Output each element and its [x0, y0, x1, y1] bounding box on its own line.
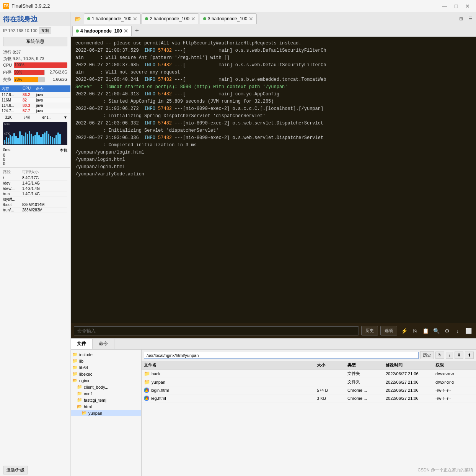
tab-label-1: 1 hadoopnode_100 — [92, 16, 131, 21]
load-stat: 负载 9.84, 10.35, 9.73 — [3, 56, 67, 62]
history-path-button[interactable]: 历史 — [420, 351, 434, 359]
tree-item[interactable]: 📂yunpan — [71, 410, 141, 416]
right-content: 📂 1 hadoopnode_100 ✕ 2 hadoopnode_100 ✕ … — [71, 12, 476, 476]
copy-ip-button[interactable]: 复制 — [39, 27, 51, 34]
sys-info-button[interactable]: 系统信息 — [3, 37, 67, 46]
process-table: 内存 CPU 命令 117.9... 86.2 java 116M 82 jav… — [0, 85, 70, 114]
path-input[interactable] — [144, 352, 419, 359]
cpu-bar-container: 100% — [14, 62, 67, 68]
folder-button[interactable]: 📂 — [72, 13, 83, 24]
folder-icon: 📂 — [82, 411, 87, 415]
proc-mem-3: 124.7... — [2, 109, 23, 113]
net-stats-row: ↑31K ↓4K ens... ▼ — [3, 115, 67, 119]
tree-item[interactable]: 📁libexec — [71, 371, 141, 377]
history-button[interactable]: 历史 — [361, 326, 378, 335]
tab-1[interactable]: 1 hadoopnode_100 ✕ — [84, 13, 141, 24]
tree-item[interactable]: 📁fastcgi_tem| — [71, 397, 141, 403]
tree-item[interactable]: 📁include — [71, 351, 141, 358]
net-bar — [46, 131, 47, 144]
tab-close-3[interactable]: ✕ — [249, 16, 253, 21]
minimize-button[interactable]: — — [439, 1, 450, 11]
command-input[interactable] — [74, 326, 359, 335]
lightning-icon[interactable]: ⚡ — [399, 326, 409, 335]
grid-view-button[interactable]: ⊞ — [457, 15, 465, 23]
command-bar: 历史 选项 ⚡ ⎘ 📋 🔍 ⚙ ↓ ⬜ — [71, 323, 476, 338]
upload-button[interactable]: ⬆ — [465, 352, 474, 359]
download-path-button[interactable]: ⬇ — [455, 352, 463, 359]
net-menu[interactable]: ▼ — [64, 115, 67, 119]
file-tab[interactable]: 文件 — [71, 339, 93, 349]
disk-row: /8.4G/17G — [3, 175, 67, 181]
folder-icon: 📁 — [72, 365, 78, 370]
expand-icon[interactable]: ⬜ — [464, 326, 473, 335]
tab-close-2[interactable]: ✕ — [191, 16, 196, 21]
clipboard-icon[interactable]: 📋 — [421, 326, 430, 335]
terminal-line: ecommended -- please use permitAll via H… — [75, 40, 471, 47]
proc-cpu-1: 82 — [23, 98, 36, 102]
tree-item[interactable]: 📁conf — [71, 390, 141, 397]
ping-host: 本机 — [60, 148, 67, 153]
file-row[interactable]: reg.html 3 KB Chrome ... 2022/06/27 21:0… — [142, 394, 476, 402]
tab-2[interactable]: 2 hadoopnode_100 ✕ — [142, 13, 199, 24]
net-bar — [23, 136, 24, 144]
proc-cmd-0: java — [36, 93, 69, 97]
tab-label-4: 4 hadoopnode_100 — [80, 28, 122, 34]
ping-val-0: 0 — [3, 153, 67, 157]
file-row[interactable]: 📁back 文件夹 2022/06/27 21:06 drwxr-xr-x — [142, 370, 476, 378]
net-up: ↑31K — [3, 115, 12, 119]
mem-value: 99% — [15, 70, 22, 74]
file-row[interactable]: 📁yunpan 文件夹 2022/06/27 21:06 drwxr-xr-x — [142, 378, 476, 386]
file-tree: 📁include📁lib📁lib64📁libexec📂nginx📁client_… — [71, 350, 142, 476]
net-bar — [52, 137, 53, 144]
refresh-button[interactable]: ↻ — [435, 352, 444, 359]
sidebar: 得在我身边 IP 192.168.10.100 复制 系统信息 运行 8:37 … — [0, 12, 71, 476]
swap-value: 78% — [15, 77, 22, 82]
options-button[interactable]: 选项 — [380, 326, 397, 335]
swap-label: 交换 — [3, 77, 12, 82]
net-graph: 68K 47K 23K — [3, 122, 67, 145]
tree-item[interactable]: 📁lib — [71, 358, 141, 364]
swap-detail: 1.6G/2G — [46, 77, 67, 82]
tree-item-label: yunpan — [88, 411, 102, 415]
ping-val-1: 0 — [3, 157, 67, 162]
tree-item[interactable]: 📂nginx — [71, 377, 141, 384]
up-button[interactable]: ↑ — [446, 352, 453, 359]
search-icon[interactable]: 🔍 — [432, 326, 441, 335]
copy-icon[interactable]: ⎘ — [410, 326, 419, 335]
proc-cpu-3: 57.7 — [23, 109, 36, 113]
tree-item[interactable]: 📁client_body... — [71, 384, 141, 390]
download-icon[interactable]: ↓ — [453, 326, 462, 335]
disk-row: /dev/...1.4G/1.4G — [3, 186, 67, 191]
folder-icon: 📁 — [72, 371, 78, 376]
proc-mem-2: 114.8... — [2, 103, 23, 108]
terminal[interactable]: ecommended -- please use permitAll via H… — [71, 37, 476, 323]
upgrade-button[interactable]: 激活/升级 — [3, 466, 28, 474]
runtime-stat: 运行 8:37 — [3, 49, 67, 55]
settings-icon[interactable]: ⚙ — [442, 326, 452, 335]
net-y-labels: 68K 47K 23K — [4, 122, 10, 145]
tree-item-label: html — [84, 404, 92, 409]
tab-close-1[interactable]: ✕ — [133, 16, 137, 21]
close-button[interactable]: ✕ — [462, 1, 473, 11]
command-tab[interactable]: 命令 — [93, 339, 114, 349]
folder-icon: 📁 — [72, 358, 78, 363]
tab-add-button[interactable]: + — [132, 26, 142, 36]
file-row[interactable]: login.html 574 B Chrome ... 2022/06/27 2… — [142, 386, 476, 394]
terminal-line: : Completed initialization in 3 ms — [75, 142, 471, 149]
file-name-cell: reg.html — [144, 396, 317, 401]
net-bar — [21, 135, 23, 144]
net-bar — [36, 132, 38, 144]
tree-item[interactable]: 📁lib64 — [71, 364, 141, 371]
net-bar — [55, 135, 57, 144]
tab-dot-3 — [203, 17, 206, 20]
menu-view-button[interactable]: ☰ — [466, 15, 474, 23]
tab-3[interactable]: 3 hadoopnode_100 ✕ — [200, 13, 257, 24]
tab-label-2: 2 hadoopnode_100 — [150, 16, 189, 21]
disk-row: /run1.4G/1.4G — [3, 191, 67, 197]
tab-close-4[interactable]: ✕ — [124, 28, 128, 34]
proc-cpu-0: 86.2 — [23, 93, 36, 97]
tree-item[interactable]: 📂html — [71, 403, 141, 410]
maximize-button[interactable]: □ — [451, 1, 461, 11]
tab-4[interactable]: 4 hadoopnode_100 ✕ — [72, 26, 132, 36]
net-bar — [25, 132, 26, 144]
